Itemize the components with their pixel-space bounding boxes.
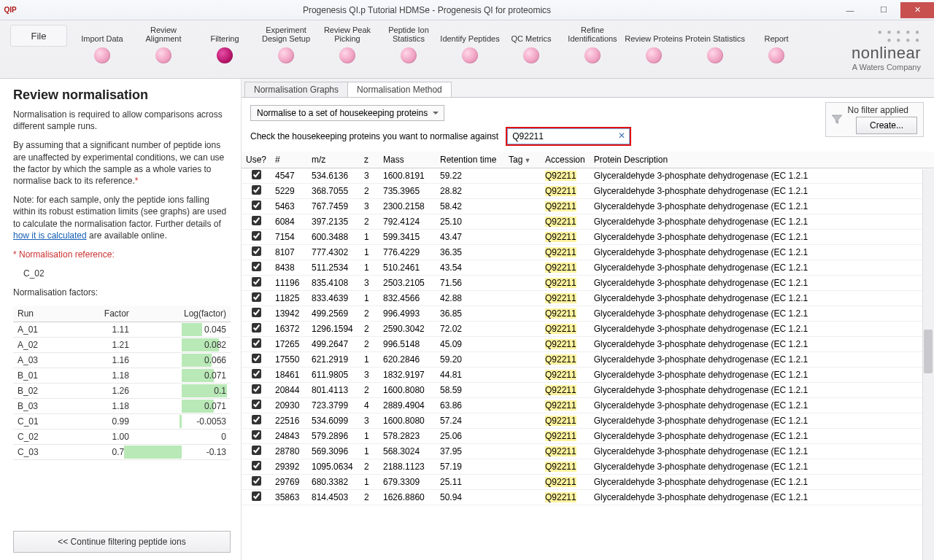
table-row[interactable]: 8107777.43021776.422936.35Q92211Glyceral… [242,245,934,260]
nf-row[interactable]: C_030.74-0.13 [13,445,231,460]
use-checkbox[interactable] [252,446,261,455]
nf-row[interactable]: B_011.180.071 [13,368,231,384]
how-calculated-link[interactable]: how it is calculated [13,230,87,241]
minimize-button[interactable]: — [833,2,867,18]
housekeeping-search-input[interactable] [507,128,630,144]
step-dot-icon [646,47,662,63]
table-row[interactable]: 13942499.25692996.499336.85Q92211Glycera… [242,306,934,322]
continue-filtering-button[interactable]: << Continue filtering peptide ions [13,531,231,553]
use-checkbox[interactable] [252,369,261,378]
th-use[interactable]: Use? [242,152,271,168]
use-checkbox[interactable] [252,185,261,195]
workflow-step[interactable]: Import Data [72,20,133,79]
table-row[interactable]: 18461611.980531832.919744.81Q92211Glycer… [242,368,934,383]
table-row[interactable]: 5229368.70552735.396528.82Q92211Glyceral… [242,184,934,199]
workflow-step[interactable]: Refine Identifications [562,20,623,79]
table-row[interactable]: 35863814.450321626.886050.94Q92211Glycer… [242,490,934,505]
use-checkbox[interactable] [252,292,261,302]
use-checkbox[interactable] [252,308,261,317]
use-checkbox[interactable] [252,461,261,470]
table-row[interactable]: 17265499.26472996.514845.09Q92211Glycera… [242,337,934,352]
workflow-step[interactable]: Review Proteins [623,20,684,79]
sidebar-heading: Review normalisation [13,88,231,103]
workflow-step[interactable]: Filtering [194,20,255,79]
table-row[interactable]: 28780569.30961568.302437.95Q92211Glycera… [242,444,934,459]
tab-normalisation-method[interactable]: Normalisation Method [347,82,452,97]
nf-row[interactable]: C_010.99-0.0053 [13,414,231,429]
scrollbar[interactable] [922,169,934,560]
nf-row[interactable]: B_021.260.1 [13,384,231,399]
table-row[interactable]: 6084397.21352792.412425.10Q92211Glyceral… [242,214,934,230]
table-row[interactable]: 22516534.609931600.808057.24Q92211Glycer… [242,413,934,429]
use-checkbox[interactable] [252,170,261,179]
method-toolbar: Normalise to a set of housekeeping prote… [242,98,934,127]
th-tag[interactable]: Tag▼ [504,152,541,168]
workflow-step[interactable]: Review Alignment [133,20,194,79]
use-checkbox[interactable] [252,415,261,424]
nf-header-factor[interactable]: Factor [69,306,133,322]
th-num[interactable]: # [271,152,307,168]
use-checkbox[interactable] [252,323,261,332]
use-checkbox[interactable] [252,231,261,241]
nf-row[interactable]: A_031.160.066 [13,353,231,368]
th-description[interactable]: Protein Description [590,152,934,168]
workflow-step[interactable]: Protein Statistics [684,20,746,79]
table-row[interactable]: 293921095.063422188.112357.19Q92211Glyce… [242,459,934,475]
table-row[interactable]: 20844801.411321600.808058.59Q92211Glycer… [242,383,934,398]
workflow-step[interactable]: Report [746,20,807,79]
nf-row[interactable]: C_021.000 [13,429,231,445]
use-checkbox[interactable] [252,262,261,271]
close-button[interactable]: ✕ [900,2,934,18]
use-checkbox[interactable] [252,277,261,287]
table-row[interactable]: 20930723.379942889.490463.86Q92211Glycer… [242,398,934,413]
step-dot-icon [155,47,171,63]
workflow-step[interactable]: Experiment Design Setup [255,20,317,79]
table-row[interactable]: 29769680.33821679.330925.11Q92211Glycera… [242,475,934,490]
use-checkbox[interactable] [252,216,261,225]
nf-row[interactable]: B_031.180.071 [13,399,231,414]
workflow-step[interactable]: QC Metrics [501,20,562,79]
use-checkbox[interactable] [252,354,261,363]
use-checkbox[interactable] [252,201,261,210]
tab-normalisation-graphs[interactable]: Normalisation Graphs [244,82,348,97]
nf-header-log[interactable]: Log(factor) [134,306,231,322]
use-checkbox[interactable] [252,338,261,348]
normalise-mode-select[interactable]: Normalise to a set of housekeeping prote… [250,105,444,121]
use-checkbox[interactable] [252,400,261,409]
table-row[interactable]: 24843579.28961578.282325.06Q92211Glycera… [242,429,934,444]
table-row[interactable]: 4547534.613631600.819159.22Q92211Glycera… [242,168,934,184]
nf-row[interactable]: A_021.210.082 [13,338,231,353]
use-checkbox[interactable] [252,430,261,440]
step-dot-icon [584,47,601,63]
table-row[interactable]: 5463767.745932300.215858.42Q92211Glycera… [242,199,934,214]
use-checkbox[interactable] [252,246,261,256]
use-checkbox[interactable] [252,384,261,394]
table-row[interactable]: 11825833.46391832.456642.88Q92211Glycera… [242,291,934,306]
th-mass[interactable]: Mass [379,152,436,168]
workflow-step[interactable]: Identify Peptides [439,20,501,79]
content-pane: Normalisation Graphs Normalisation Metho… [241,79,934,560]
clear-search-icon[interactable]: ✕ [618,131,625,141]
file-menu[interactable]: File [10,25,67,47]
maximize-button[interactable]: ☐ [867,2,900,18]
use-checkbox[interactable] [252,476,261,486]
table-row[interactable]: 163721296.159422590.304272.02Q92211Glyce… [242,322,934,337]
create-filter-button[interactable]: Create... [856,117,917,134]
th-accession[interactable]: Accession [541,152,590,168]
nf-header-run[interactable]: Run [13,306,69,322]
scrollbar-thumb[interactable] [924,330,933,373]
table-row[interactable]: 17550621.29191620.284659.20Q92211Glycera… [242,352,934,368]
step-dot-icon [401,47,417,63]
th-mz[interactable]: m/z [307,152,360,168]
table-row[interactable]: 11196835.410832503.210571.56Q92211Glycer… [242,276,934,291]
workflow-step[interactable]: Peptide Ion Statistics [378,20,439,79]
use-checkbox[interactable] [252,491,261,501]
th-z[interactable]: z [360,152,379,168]
table-row[interactable]: 8438511.25341510.246143.54Q92211Glyceral… [242,260,934,276]
normalisation-reference-value: C_02 [23,268,231,279]
workflow-step[interactable]: Review Peak Picking [317,20,378,79]
nf-row[interactable]: A_011.110.045 [13,322,231,338]
normalisation-factors-label: Normalisation factors: [13,287,231,298]
th-rt[interactable]: Retention time [436,152,504,168]
table-row[interactable]: 7154600.34881599.341543.47Q92211Glyceral… [242,230,934,245]
